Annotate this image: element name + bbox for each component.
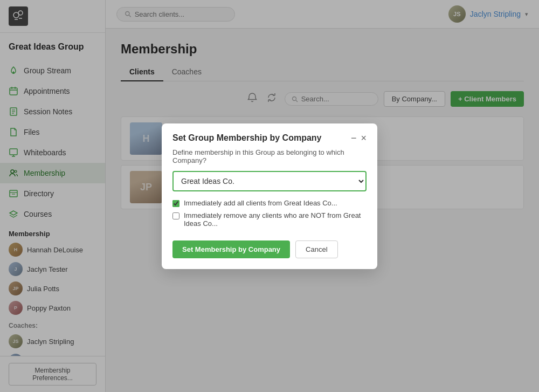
modal-close-button[interactable]: × bbox=[361, 133, 367, 143]
modal-minimize-button[interactable]: − bbox=[351, 133, 357, 143]
modal-description: Define membership in this Group as belon… bbox=[172, 148, 367, 164]
modal-body: Define membership in this Group as belon… bbox=[162, 148, 377, 269]
checkbox-row-remove: Immediately remove any clients who are N… bbox=[172, 211, 367, 228]
modal-set-membership: Set Group Membership by Company − × Defi… bbox=[162, 123, 377, 269]
modal-header: Set Group Membership by Company − × bbox=[162, 123, 377, 148]
checkbox-remove-label: Immediately remove any clients who are N… bbox=[184, 211, 367, 228]
set-membership-button[interactable]: Set Membership by Company bbox=[172, 240, 290, 258]
modal-title: Set Group Membership by Company bbox=[172, 133, 321, 143]
modal-overlay[interactable]: Set Group Membership by Company − × Defi… bbox=[0, 0, 539, 392]
checkbox-add-clients[interactable] bbox=[172, 200, 179, 207]
checkbox-row-add: Immediately add all clients from Great I… bbox=[172, 199, 367, 207]
checkbox-add-label: Immediately add all clients from Great I… bbox=[184, 199, 337, 207]
modal-footer: Set Membership by Company Cancel bbox=[172, 232, 367, 258]
cancel-button[interactable]: Cancel bbox=[295, 240, 337, 258]
company-select[interactable]: Great Ideas Co. bbox=[172, 171, 367, 191]
checkbox-remove-clients[interactable] bbox=[172, 212, 179, 219]
